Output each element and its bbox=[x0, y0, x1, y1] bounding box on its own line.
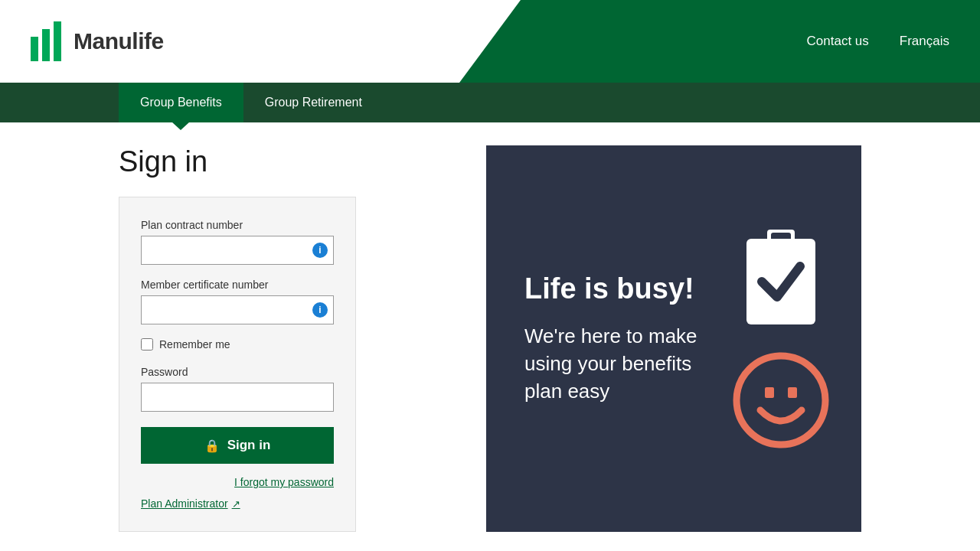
plan-contract-label: Plan contract number bbox=[141, 219, 334, 231]
sidebar-item-group-benefits[interactable]: Group Benefits bbox=[119, 83, 243, 122]
sign-in-button[interactable]: 🔒 Sign in bbox=[141, 427, 334, 464]
promo-icons bbox=[731, 228, 831, 450]
nav-bar: Group Benefits Group Retirement bbox=[0, 83, 980, 122]
admin-link-wrapper: Plan Administrator ↗ bbox=[141, 497, 334, 510]
left-panel: Sign in Plan contract number i Member ce… bbox=[119, 145, 471, 532]
smiley-icon bbox=[731, 350, 831, 450]
logo-text: Manulife bbox=[74, 28, 164, 54]
main-content: Sign in Plan contract number i Member ce… bbox=[0, 122, 980, 551]
admin-link-text: Plan Administrator bbox=[141, 497, 228, 510]
header: Manulife Contact us Français bbox=[0, 0, 980, 83]
sign-in-button-label: Sign in bbox=[227, 438, 271, 453]
logo-bar-1 bbox=[31, 37, 38, 61]
external-link-icon: ↗ bbox=[232, 498, 240, 510]
member-cert-label: Member certificate number bbox=[141, 279, 334, 291]
page-title: Sign in bbox=[119, 145, 471, 178]
sign-in-form: Plan contract number i Member certificat… bbox=[119, 197, 356, 532]
svg-rect-5 bbox=[788, 387, 797, 398]
promo-panel: Life is busy! We're here to make using y… bbox=[486, 145, 861, 532]
promo-subtext: We're here to make using your benefits p… bbox=[524, 322, 708, 406]
plan-contract-info-icon[interactable]: i bbox=[312, 243, 328, 258]
svg-rect-4 bbox=[765, 387, 774, 398]
remember-me-checkbox[interactable] bbox=[141, 338, 153, 350]
logo-area: Manulife bbox=[0, 0, 194, 83]
forgot-password-link[interactable]: I forgot my password bbox=[141, 476, 334, 488]
lock-icon: 🔒 bbox=[204, 439, 220, 453]
remember-me-label[interactable]: Remember me bbox=[159, 338, 230, 350]
clipboard-icon bbox=[739, 228, 823, 328]
member-cert-input[interactable] bbox=[141, 295, 334, 324]
francais-link[interactable]: Français bbox=[900, 34, 949, 49]
plan-administrator-link[interactable]: Plan Administrator ↗ bbox=[141, 497, 334, 510]
password-label: Password bbox=[141, 366, 334, 378]
svg-point-3 bbox=[737, 356, 825, 445]
contact-us-link[interactable]: Contact us bbox=[807, 34, 869, 49]
logo-bar-3 bbox=[54, 21, 61, 61]
logo-bars-icon bbox=[31, 21, 61, 61]
password-input[interactable] bbox=[141, 383, 334, 412]
header-right: Contact us Français bbox=[807, 0, 980, 83]
svg-rect-2 bbox=[746, 239, 815, 324]
member-cert-wrapper: i bbox=[141, 295, 334, 324]
plan-contract-input[interactable] bbox=[141, 236, 334, 265]
promo-text: Life is busy! We're here to make using y… bbox=[524, 272, 708, 406]
member-cert-info-icon[interactable]: i bbox=[312, 302, 328, 318]
sidebar-item-group-retirement[interactable]: Group Retirement bbox=[243, 83, 384, 122]
promo-headline: Life is busy! bbox=[524, 272, 708, 307]
plan-contract-wrapper: i bbox=[141, 236, 334, 265]
remember-me-wrapper: Remember me bbox=[141, 338, 334, 350]
logo-bar-2 bbox=[42, 29, 50, 61]
